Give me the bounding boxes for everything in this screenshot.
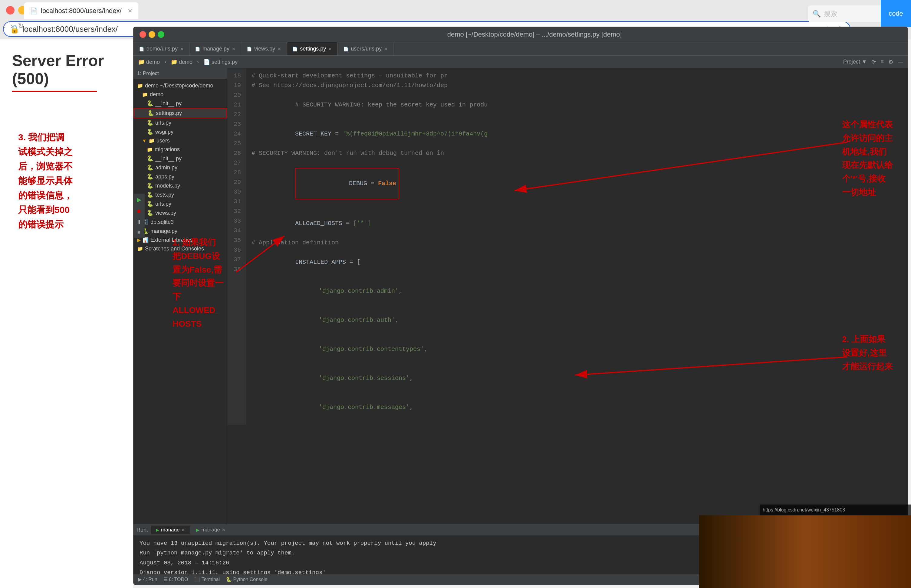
code-line-38: 'django.contrib.messages',: [251, 393, 901, 422]
toolbar-icon-sync[interactable]: ⟳: [871, 59, 876, 65]
file-icon: 📄: [292, 47, 298, 52]
tree-item-urls[interactable]: 🐍 urls.py: [133, 118, 227, 128]
code-line-31: # Application definition: [251, 238, 901, 248]
tree-item-label: __init__.py: [155, 155, 181, 162]
ide-minimize-button[interactable]: [149, 31, 155, 38]
tab-close-icon[interactable]: ✕: [328, 47, 332, 52]
tree-item-label: demo: [150, 91, 163, 98]
tree-item-label: apps.py: [155, 174, 174, 180]
close-button[interactable]: [6, 6, 15, 15]
debug-value: False: [378, 180, 396, 187]
tree-item-users[interactable]: ▼ 📁 users: [133, 136, 227, 145]
comment-hash: # SECURITY WARNING: keep the secret key …: [295, 101, 487, 108]
tab-close-icon[interactable]: ✕: [180, 47, 184, 52]
tree-item-users-urls[interactable]: 🐍 urls.py: [133, 199, 227, 208]
refresh-button[interactable]: ↻: [18, 22, 24, 30]
ide-close-button[interactable]: [139, 31, 146, 38]
ide-titlebar: demo [~/Desktop/code/demo] – .../demo/se…: [133, 27, 908, 42]
run-tab-label: manage: [201, 527, 220, 533]
status-todo[interactable]: ☰ 6: TODO: [163, 577, 188, 582]
file-icon: 📄: [195, 47, 200, 52]
tree-item-label: admin.py: [155, 165, 177, 171]
browser-tab[interactable]: 📄 localhost:8000/users/index/ ✕: [24, 2, 138, 19]
breadcrumb-separator: ›: [197, 59, 199, 65]
app-sessions: 'django.contrib.sessions',: [295, 375, 413, 382]
python-file-icon: 🐍: [147, 120, 154, 126]
code-line-37: 'django.contrib.sessions',: [251, 364, 901, 393]
code-editor[interactable]: 18 19 20 21 22 23 24 25 26 27 28 29 30 3…: [227, 68, 908, 524]
tab-close-icon[interactable]: ✕: [181, 528, 185, 532]
ide-maximize-button[interactable]: [158, 31, 164, 38]
stop-icon[interactable]: ■: [137, 207, 141, 215]
folder-icon: ▼: [142, 138, 147, 144]
tab-demo-urls[interactable]: 📄 demo/urls.py ✕: [133, 42, 189, 55]
pause-icon[interactable]: ⏸: [136, 219, 142, 226]
run-icon[interactable]: ▶: [137, 196, 141, 203]
code-line-23: SECRET_KEY = '%(ffeq8i@0piwall6jmhr+3dp^…: [251, 120, 901, 149]
tab-manage[interactable]: 📄 manage.py ✕: [189, 42, 241, 55]
tab-close-icon[interactable]: ✕: [128, 8, 132, 14]
tab-label: manage.py: [202, 46, 230, 52]
tree-item-apps[interactable]: 🐍 apps.py: [133, 172, 227, 181]
tree-item-settings[interactable]: 🐍 settings.py: [133, 108, 227, 118]
tree-item-models[interactable]: 🐍 models.py: [133, 181, 227, 190]
annotation-center-text: 1. 如果我们把DEBUG设置为False,需要同时设置一下ALLOWED_HO…: [173, 238, 223, 328]
tree-item-label: demo ~/Desktop/code/demo: [145, 82, 214, 89]
code-line-35: 'django.contrib.auth',: [251, 306, 901, 335]
tree-item-init[interactable]: 🐍 __init__.py: [133, 99, 227, 108]
status-run[interactable]: ▶ 4: Run: [138, 577, 157, 582]
run-tab-manage2[interactable]: ▶ manage ✕: [191, 526, 230, 534]
annotation-right-bottom: 2. 上面如果设置好,这里才能运行起来: [842, 333, 893, 373]
tab-label: demo/urls.py: [147, 46, 178, 52]
error-title: Server Error (500): [12, 52, 121, 88]
filter-icon[interactable]: ≡: [138, 230, 140, 235]
code-line-33: INSTALLED_APPS = [: [251, 248, 901, 277]
project-label: 1: Project: [137, 71, 159, 76]
tab-views[interactable]: 📄 views.py ✕: [241, 42, 287, 55]
toolbar-icon-minimize[interactable]: —: [898, 59, 903, 65]
python-file-icon: 🐍: [147, 164, 154, 171]
breadcrumb-demo2: 📁 demo: [171, 59, 193, 65]
tree-item-migrations[interactable]: 📁 migrations: [133, 145, 227, 154]
tab-close-icon[interactable]: ✕: [222, 528, 225, 532]
tab-close-icon[interactable]: ✕: [278, 47, 281, 52]
annotation-right-top-text: 这个属性代表允许访问的主机地址,我们现在先默认给个'*'号,接收一切地址: [842, 120, 893, 197]
file-icon: 📄: [343, 47, 348, 52]
forward-button[interactable]: ›: [10, 21, 13, 31]
back-button[interactable]: ‹: [3, 21, 6, 31]
tree-item-tests[interactable]: 🐍 tests.py: [133, 190, 227, 199]
tree-item-label: __init__.py: [155, 100, 181, 107]
tree-item-root[interactable]: 📁 demo ~/Desktop/code/demo: [133, 81, 227, 90]
tree-item-users-views[interactable]: 🐍 views.py: [133, 208, 227, 218]
search-placeholder[interactable]: 搜索: [824, 10, 837, 18]
folder-icon: 📁: [149, 138, 155, 144]
tab-close-icon[interactable]: ✕: [384, 47, 388, 52]
tab-users-urls[interactable]: 📄 users/urls.py ✕: [338, 42, 393, 55]
code-label: code: [881, 0, 911, 27]
tab-close-icon[interactable]: ✕: [232, 47, 235, 52]
annotation-left-text: 3. 我们把调试模式关掉之后，浏览器不能够显示具体的错误信息，只能看到500的错…: [18, 132, 73, 229]
toolbar-icon-filter[interactable]: ≡: [880, 59, 884, 65]
status-terminal[interactable]: ⬛ Terminal: [194, 577, 220, 582]
tab-settings[interactable]: 📄 settings.py ✕: [287, 42, 338, 55]
status-python-console[interactable]: 🐍 Python Console: [226, 577, 267, 582]
run-tab-manage1[interactable]: ▶ manage ✕: [151, 526, 190, 534]
python-file-icon: 🐍: [147, 191, 154, 198]
code-line-22: # SECURITY WARNING: keep the secret key …: [251, 90, 901, 120]
python-file-icon: 🐍: [147, 129, 154, 135]
tree-item-wsgi[interactable]: 🐍 wsgi.py: [133, 128, 227, 136]
folder-icon: 📁: [142, 92, 148, 97]
tree-item-manage[interactable]: 🐍 manage.py: [133, 226, 227, 236]
tree-item-users-init[interactable]: 🐍 __init__.py: [133, 154, 227, 163]
tree-item-label: models.py: [155, 183, 180, 189]
tree-item-demo[interactable]: 📁 demo: [133, 90, 227, 99]
line-numbers: 18 19 20 21 22 23 24 25 26 27 28 29 30 3…: [227, 68, 246, 425]
app-contenttypes: 'django.contrib.contenttypes',: [295, 346, 428, 353]
ide-tab-bar: 📄 demo/urls.py ✕ 📄 manage.py ✕ 📄 views.p…: [133, 42, 908, 55]
error-underline: [12, 91, 97, 92]
debug-highlight-box: DEBUG = False: [295, 168, 399, 199]
tree-item-db[interactable]: 🗄️ db.sqlite3: [133, 218, 227, 226]
toolbar-icon-settings[interactable]: ⚙: [888, 59, 893, 65]
folder-icon: 📄: [139, 47, 144, 52]
tree-item-admin[interactable]: 🐍 admin.py: [133, 163, 227, 172]
